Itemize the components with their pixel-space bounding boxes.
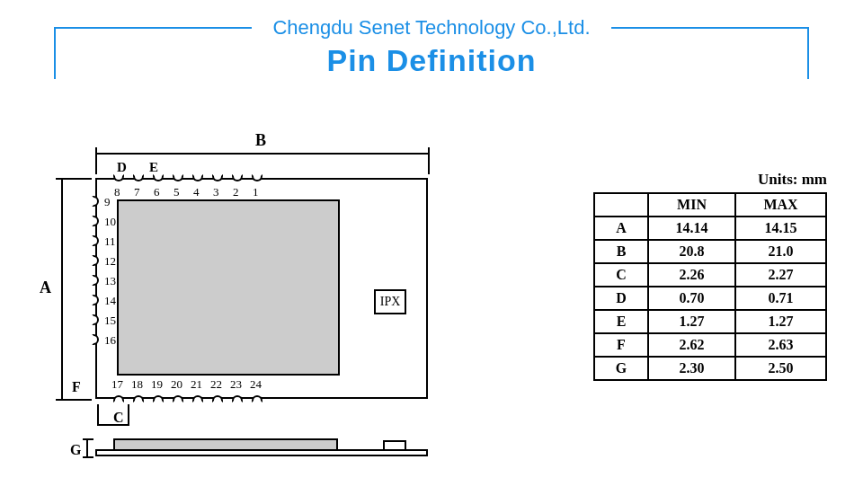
castellation-pad bbox=[192, 395, 203, 402]
table-header-cell: MIN bbox=[648, 193, 735, 217]
dim-tick bbox=[83, 438, 93, 440]
profile-pcb bbox=[95, 449, 428, 456]
castellation-pad bbox=[232, 174, 243, 181]
castellation-pad bbox=[113, 174, 124, 181]
pin-label: 2 bbox=[233, 185, 239, 199]
pin-label: 18 bbox=[131, 377, 143, 392]
pin-label: 16 bbox=[104, 333, 116, 348]
profile-shield bbox=[113, 438, 338, 449]
dim-label-b: B bbox=[255, 131, 266, 150]
table-cell: E bbox=[594, 310, 648, 333]
dim-tick bbox=[56, 178, 92, 180]
ipx-connector: IPX bbox=[374, 289, 406, 314]
castellation-pad bbox=[173, 395, 183, 402]
dim-line-a bbox=[61, 178, 63, 399]
castellation-pad bbox=[212, 395, 223, 402]
table-cell: 2.50 bbox=[735, 357, 826, 380]
pin-label: 14 bbox=[104, 294, 116, 308]
header: Chengdu Senet Technology Co.,Ltd. Pin De… bbox=[0, 0, 863, 90]
dimension-table-area: Units: mm MIN MAX A14.1414.15B20.821.0C2… bbox=[593, 171, 827, 381]
table-row: A14.1414.15 bbox=[594, 217, 826, 240]
dim-tick bbox=[95, 147, 97, 174]
table-cell: 2.26 bbox=[648, 263, 735, 287]
castellation-pad bbox=[92, 314, 99, 325]
table-row: C2.262.27 bbox=[594, 263, 826, 287]
table-cell: D bbox=[594, 287, 648, 310]
table-cell: 14.14 bbox=[648, 217, 735, 240]
castellation-pad bbox=[92, 216, 99, 226]
castellation-pad bbox=[92, 196, 99, 207]
table-header-cell bbox=[594, 193, 648, 217]
table-cell: 2.63 bbox=[735, 333, 826, 357]
table-row: D0.700.71 bbox=[594, 287, 826, 310]
castellation-pad bbox=[113, 395, 124, 402]
castellation-pad bbox=[133, 174, 144, 181]
dim-label-f: F bbox=[72, 379, 81, 395]
pin-label: 6 bbox=[154, 185, 160, 199]
dim-line-g bbox=[86, 438, 88, 458]
table-header-row: MIN MAX bbox=[594, 193, 826, 217]
table-row: B20.821.0 bbox=[594, 240, 826, 263]
dim-label-a: A bbox=[40, 279, 51, 297]
table-cell: 2.27 bbox=[735, 263, 826, 287]
module-side-profile bbox=[95, 438, 428, 456]
dimension-table: MIN MAX A14.1414.15B20.821.0C2.262.27D0.… bbox=[593, 192, 827, 381]
dim-tick bbox=[428, 147, 430, 174]
castellation-pad bbox=[173, 174, 183, 181]
pin-label: 8 bbox=[114, 185, 120, 199]
pin-label: 5 bbox=[173, 185, 180, 199]
table-cell: G bbox=[594, 357, 648, 380]
table-cell: 1.27 bbox=[648, 310, 735, 333]
pin-label: 11 bbox=[104, 234, 116, 249]
castellation-pad bbox=[252, 174, 262, 181]
castellation-pad bbox=[192, 174, 203, 181]
table-cell: 0.70 bbox=[648, 287, 735, 310]
pin-label: 19 bbox=[151, 377, 163, 392]
dim-label-e: E bbox=[149, 160, 158, 175]
pin-label: 13 bbox=[104, 274, 116, 288]
castellation-pad bbox=[153, 395, 164, 402]
pin-label: 22 bbox=[210, 377, 222, 392]
castellation-pad bbox=[92, 295, 99, 305]
pin-label: 21 bbox=[191, 377, 202, 392]
table-header-cell: MAX bbox=[735, 193, 826, 217]
dim-tick bbox=[97, 404, 99, 426]
company-name: Chengdu Senet Technology Co.,Ltd. bbox=[0, 16, 863, 40]
table-cell: B bbox=[594, 240, 648, 263]
table-row: E1.271.27 bbox=[594, 310, 826, 333]
dim-label-d: D bbox=[117, 160, 127, 175]
pin-label: 3 bbox=[213, 185, 219, 199]
profile-connector bbox=[383, 440, 406, 449]
table-cell: 1.27 bbox=[735, 310, 826, 333]
pin-label: 15 bbox=[104, 314, 116, 328]
page-title: Pin Definition bbox=[0, 43, 863, 78]
pin-label: 7 bbox=[134, 185, 140, 199]
table-cell: 2.62 bbox=[648, 333, 735, 357]
castellation-pad bbox=[92, 255, 99, 266]
pin-label: 9 bbox=[104, 195, 111, 209]
castellation-pad bbox=[153, 174, 164, 181]
units-label: Units: mm bbox=[593, 171, 827, 189]
dim-line-c bbox=[97, 424, 128, 426]
castellation-pad bbox=[232, 395, 243, 402]
castellation-pad bbox=[92, 275, 99, 286]
table-cell: 2.30 bbox=[648, 357, 735, 380]
pin-label: 24 bbox=[250, 377, 262, 392]
castellation-pad bbox=[212, 174, 223, 181]
pin-label: 1 bbox=[253, 185, 259, 199]
dim-tick bbox=[56, 399, 92, 401]
castellation-pad bbox=[133, 395, 144, 402]
table-cell: 21.0 bbox=[735, 240, 826, 263]
table-cell: 0.71 bbox=[735, 287, 826, 310]
pin-label: 12 bbox=[104, 254, 116, 269]
pin-label: 23 bbox=[230, 377, 242, 392]
dim-line-b bbox=[95, 153, 428, 155]
pin-label: 20 bbox=[171, 377, 182, 392]
table-cell: 20.8 bbox=[648, 240, 735, 263]
dim-tick bbox=[128, 404, 129, 426]
castellation-pad bbox=[92, 334, 99, 345]
table-cell: 14.15 bbox=[735, 217, 826, 240]
dim-label-g: G bbox=[70, 442, 81, 458]
pin-label: 17 bbox=[111, 377, 123, 392]
table-cell: C bbox=[594, 263, 648, 287]
